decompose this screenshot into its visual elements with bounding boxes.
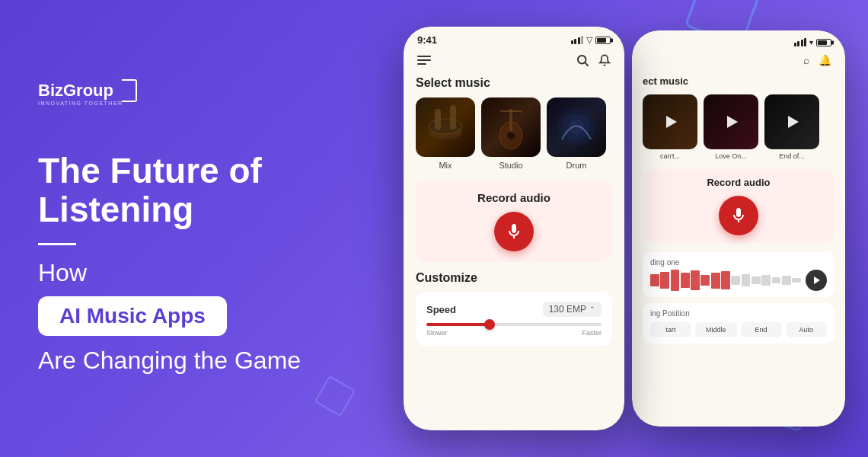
back-phone-content: ect music can't... xyxy=(632,72,845,427)
back-card-1: can't... xyxy=(643,94,697,160)
hero-title: The Future of Listening xyxy=(38,152,327,228)
front-speed-control: Speed 130 EMP ⌃ xyxy=(416,292,612,346)
pos-btn-end[interactable]: End xyxy=(741,322,782,337)
back-signal-icon xyxy=(794,38,807,46)
hero-line1: The Future of xyxy=(38,151,262,190)
back-battery-icon xyxy=(816,39,831,46)
front-music-cards: Mix xyxy=(416,97,612,170)
back-status-icons: ▾ xyxy=(794,38,832,46)
back-record-section: Record audio xyxy=(643,169,834,243)
main-container: BizGroup INNOVATING TOGETHER The Future … xyxy=(0,0,868,457)
logo-area: BizGroup INNOVATING TOGETHER xyxy=(38,82,327,106)
svg-point-8 xyxy=(507,132,515,139)
back-card-3: End of... xyxy=(764,94,819,160)
play-overlay-1 xyxy=(643,94,697,149)
svg-point-0 xyxy=(578,56,586,64)
back-thumb-3 xyxy=(764,94,819,149)
back-search-icon[interactable]: ⌕ xyxy=(803,54,809,66)
back-thumb-2 xyxy=(704,94,758,149)
play-overlay-2 xyxy=(704,94,758,149)
front-card-mix: Mix xyxy=(416,97,475,170)
front-mic-icon xyxy=(505,222,523,241)
back-mic-icon xyxy=(729,206,748,225)
front-label-studio: Studio xyxy=(499,161,522,170)
svg-point-3 xyxy=(429,119,462,134)
front-speed-label: Speed xyxy=(426,304,456,315)
back-record-title: Record audio xyxy=(707,177,770,188)
phone-front: 9:41 ▽ xyxy=(404,27,624,430)
front-nav xyxy=(404,50,624,73)
play-icon-3 xyxy=(788,116,799,128)
phone-back: ▾ ⌕ 🔔 xyxy=(632,30,845,427)
back-position-buttons: tart Middle End Auto xyxy=(650,322,827,337)
back-waveform-label: ding one xyxy=(650,258,827,267)
front-label-drum: Drum xyxy=(566,161,587,170)
front-battery-icon xyxy=(595,37,611,44)
back-bell-icon[interactable]: 🔔 xyxy=(819,54,831,66)
front-nav-icons xyxy=(576,53,611,67)
svg-rect-7 xyxy=(509,109,512,132)
back-thumb-1 xyxy=(643,94,697,149)
phone-front-screen: 9:41 ▽ xyxy=(404,27,624,430)
front-thumb-studio xyxy=(481,97,541,157)
logo-bracket xyxy=(122,79,137,102)
back-wifi-icon: ▾ xyxy=(809,38,813,46)
play-icon-1 xyxy=(666,116,677,128)
front-status-icons: ▽ xyxy=(571,35,611,45)
front-signal-icon xyxy=(571,36,584,44)
hero-line2: Listening xyxy=(38,190,193,229)
svg-rect-4 xyxy=(435,109,441,130)
front-label-mix: Mix xyxy=(439,161,452,170)
back-card-2: Love On... xyxy=(704,94,758,160)
changing-text: Are Changing the Game xyxy=(38,347,327,375)
front-speed-header: Speed 130 EMP ⌃ xyxy=(426,302,602,317)
back-label-2: Love On... xyxy=(715,152,747,160)
front-slider-slower: Slower xyxy=(426,329,448,337)
back-label-1: can't... xyxy=(660,152,680,160)
svg-line-1 xyxy=(585,62,588,66)
front-slider-thumb[interactable] xyxy=(484,319,495,330)
phones-area: ▾ ⌕ 🔔 xyxy=(365,0,868,457)
play-overlay-3 xyxy=(764,94,819,149)
back-music-cards: can't... Love On... xyxy=(643,94,834,160)
back-nav: ⌕ 🔔 xyxy=(632,50,845,72)
left-content: BizGroup INNOVATING TOGETHER The Future … xyxy=(0,52,365,404)
front-record-section: Record audio xyxy=(416,181,612,262)
back-waveform-display xyxy=(650,270,827,291)
ai-badge: AI Music Apps xyxy=(38,296,227,336)
brand-tagline: INNOVATING TOGETHER xyxy=(38,101,123,106)
back-section-music: ect music xyxy=(643,75,834,87)
front-section-music: Select music xyxy=(416,76,612,90)
front-slider-faster: Faster xyxy=(582,329,602,337)
front-card-drum: Drum xyxy=(547,97,606,170)
divider-line xyxy=(38,243,76,245)
ai-badge-text: AI Music Apps xyxy=(59,304,206,328)
back-play-button[interactable] xyxy=(806,270,827,291)
phone-back-screen: ▾ ⌕ 🔔 xyxy=(632,30,845,427)
front-record-button[interactable] xyxy=(494,212,534,251)
back-record-button[interactable] xyxy=(719,196,758,235)
front-status-bar: 9:41 ▽ xyxy=(404,27,624,50)
pos-btn-middle[interactable]: Middle xyxy=(695,322,736,337)
front-search-icon[interactable] xyxy=(576,53,589,67)
front-slider-track xyxy=(426,323,602,326)
back-label-3: End of... xyxy=(779,152,805,160)
front-slider-fill xyxy=(426,323,488,326)
svg-rect-5 xyxy=(450,105,456,129)
back-waveform-bars xyxy=(650,270,801,291)
pos-btn-auto[interactable]: Auto xyxy=(786,322,827,337)
front-hamburger-icon[interactable] xyxy=(417,56,431,65)
front-slider[interactable] xyxy=(426,323,602,326)
pos-btn-start[interactable]: tart xyxy=(650,322,691,337)
front-thumb-mix xyxy=(416,97,475,157)
logo-box: BizGroup INNOVATING TOGETHER xyxy=(38,82,123,106)
front-slider-labels: Slower Faster xyxy=(426,329,602,337)
how-text: How xyxy=(38,259,327,287)
front-bell-icon[interactable] xyxy=(598,53,611,67)
front-status-time: 9:41 xyxy=(417,34,437,46)
back-waveform-area: ding one xyxy=(643,252,834,297)
back-nav-icons: ⌕ 🔔 xyxy=(803,54,831,66)
front-wifi-icon: ▽ xyxy=(586,35,592,45)
chevron-icon: ⌃ xyxy=(589,305,595,313)
front-phone-content: Select music xyxy=(404,73,624,430)
